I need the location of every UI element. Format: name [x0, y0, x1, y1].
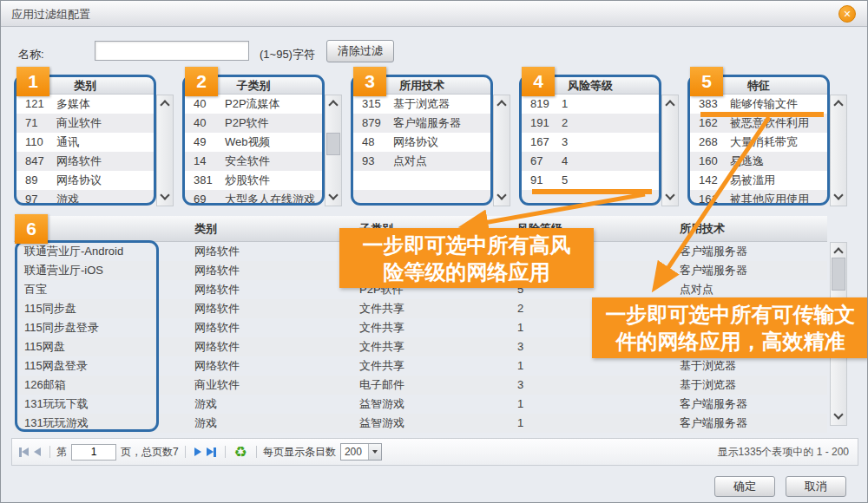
column-header-category[interactable]: 类别	[187, 216, 352, 241]
list-item[interactable]: 71 商业软件	[16, 114, 154, 133]
characteristics-list: 特征 383 能够传输文件 162 被恶意软件利用 268 大量消耗带宽	[690, 77, 827, 207]
page-number-input[interactable]	[71, 444, 116, 461]
scrollbar-thumb[interactable]	[832, 258, 845, 291]
list-item[interactable]: 121 多媒体	[16, 95, 154, 114]
first-page-button[interactable]	[19, 447, 29, 457]
risk-level-scrollbar[interactable]	[661, 95, 679, 206]
list-item[interactable]: 160 易逃逸	[690, 152, 827, 171]
refresh-icon[interactable]: ♻	[234, 445, 247, 460]
list-item[interactable]: 40 P2P流媒体	[185, 95, 322, 114]
table-row[interactable]: 115网盘登录 网络软件 文件共享 1 基于浏览器	[14, 356, 827, 376]
item-count: 69	[185, 190, 221, 207]
callout-line: 一步即可选中所有高风	[339, 232, 594, 258]
item-label: 安全软件	[221, 152, 322, 171]
item-label: 炒股软件	[221, 171, 322, 190]
item-count: 879	[353, 114, 390, 133]
item-count: 48	[353, 133, 390, 152]
list-item[interactable]: 383 能够传输文件	[690, 95, 827, 114]
next-page-button[interactable]	[194, 447, 201, 456]
chevron-down-icon	[496, 190, 506, 199]
item-count: 40	[185, 95, 221, 114]
cell-name: 百宝	[14, 280, 187, 299]
list-item[interactable]: 191 2	[522, 114, 659, 133]
cell-subcategory: 文件共享	[352, 337, 500, 356]
item-count	[353, 171, 390, 190]
item-label: 网络软件	[53, 152, 154, 171]
scroll-down-button[interactable]	[831, 410, 846, 425]
last-page-button[interactable]	[207, 447, 216, 457]
scroll-down-button[interactable]	[831, 191, 846, 206]
list-item[interactable]: 381 炒股软件	[185, 171, 322, 190]
scroll-up-button[interactable]	[831, 95, 846, 110]
list-item[interactable]: 879 客户端服务器	[353, 114, 490, 133]
item-count: 97	[16, 190, 53, 207]
clear-filter-button[interactable]: 清除过滤	[326, 40, 394, 62]
scroll-up-button[interactable]	[831, 243, 846, 258]
item-label	[390, 171, 490, 190]
list-item[interactable]: 167 3	[522, 133, 659, 152]
scroll-down-button[interactable]	[326, 191, 341, 206]
cell-category: 网络软件	[187, 299, 352, 318]
chevron-up-icon	[160, 100, 169, 109]
item-count: 167	[522, 133, 558, 152]
list-item[interactable]	[522, 190, 659, 207]
next-page-icon	[194, 447, 201, 456]
scroll-down-button[interactable]	[662, 191, 678, 206]
chevron-up-icon	[665, 100, 674, 109]
category-scrollbar[interactable]	[156, 95, 174, 206]
table-row[interactable]: 126邮箱 商业软件 电子邮件 3 基于浏览器	[14, 376, 827, 395]
scroll-down-button[interactable]	[494, 191, 510, 206]
list-item[interactable]: 40 P2P软件	[185, 114, 322, 133]
item-label: 易逃逸	[727, 152, 827, 171]
item-count: 160	[690, 152, 727, 171]
list-item[interactable]: 142 易被滥用	[690, 171, 827, 190]
dropdown-button[interactable]	[368, 444, 381, 460]
per-page-select[interactable]: 200	[340, 443, 382, 461]
name-input[interactable]	[95, 41, 249, 61]
subcategory-scrollbar[interactable]	[325, 95, 342, 206]
list-item[interactable]: 49 Web视频	[185, 133, 322, 152]
list-item[interactable]: 97 游戏	[16, 190, 154, 207]
item-label: 2	[558, 114, 659, 133]
scroll-up-button[interactable]	[157, 95, 173, 110]
ok-button[interactable]: 确定	[714, 476, 775, 497]
item-label: 网络协议	[53, 171, 154, 190]
cell-risk: 1	[500, 356, 661, 376]
list-item[interactable]: 48 网络协议	[353, 133, 490, 152]
list-item[interactable]	[353, 190, 490, 207]
per-page-value: 200	[341, 444, 368, 460]
item-count: 40	[185, 114, 221, 133]
characteristics-scrollbar[interactable]	[830, 95, 847, 206]
close-icon[interactable]: ✕	[838, 5, 856, 23]
table-row[interactable]: 131玩玩游戏 游戏 益智游戏 1 客户端服务器	[14, 414, 827, 433]
scrollbar-thumb[interactable]	[326, 133, 340, 155]
list-item[interactable]: 268 大量消耗带宽	[690, 133, 827, 152]
list-item[interactable]: 110 通讯	[16, 133, 154, 152]
list-item[interactable]: 162 被恶意软件利用	[690, 114, 827, 133]
list-item[interactable]: 89 网络协议	[16, 171, 154, 190]
subcategory-list: 子类别 40 P2P流媒体 40 P2P软件 49 Web视频	[185, 77, 322, 207]
list-item[interactable]: 315 基于浏览器	[353, 95, 490, 114]
list-item[interactable]: 161 被其他应用使用	[690, 190, 827, 207]
prev-page-button[interactable]	[34, 447, 41, 456]
scroll-up-button[interactable]	[662, 95, 678, 110]
list-item[interactable]: 93 点对点	[353, 152, 490, 171]
list-item[interactable]: 91 5	[522, 171, 659, 190]
cell-name: 115网盘登录	[14, 356, 187, 376]
list-item[interactable]: 847 网络软件	[16, 152, 154, 171]
list-item[interactable]: 69 大型多人在线游戏	[185, 190, 322, 207]
table-row[interactable]: 131玩玩下载 游戏 益智游戏 1 客户端服务器	[14, 395, 827, 414]
list-item[interactable]: 819 1	[522, 95, 659, 114]
scroll-down-button[interactable]	[157, 191, 173, 206]
column-header-technology[interactable]: 所用技术	[661, 216, 827, 241]
cancel-button[interactable]: 取消	[786, 476, 846, 497]
list-item[interactable]	[353, 171, 490, 190]
item-label: 被恶意软件利用	[727, 114, 827, 133]
scroll-up-button[interactable]	[326, 95, 341, 110]
technology-scrollbar[interactable]	[493, 95, 510, 206]
list-item[interactable]: 67 4	[522, 152, 659, 171]
scroll-up-button[interactable]	[494, 95, 510, 110]
name-label: 名称:	[18, 47, 44, 62]
separator	[225, 446, 226, 458]
list-item[interactable]: 14 安全软件	[185, 152, 322, 171]
